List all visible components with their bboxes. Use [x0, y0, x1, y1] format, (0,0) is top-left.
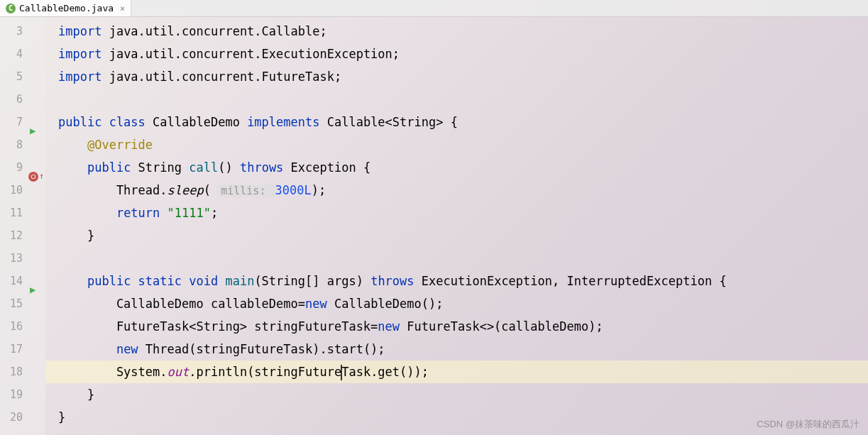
- file-tab[interactable]: C CallableDemo.java ×: [0, 0, 131, 16]
- line-number: 5: [0, 65, 23, 88]
- code-token: Callable<String> {: [327, 115, 458, 129]
- code-token: throws: [240, 160, 291, 175]
- line-number: 13: [0, 247, 23, 270]
- line-number: 19: [0, 383, 23, 406]
- code-token: CallableDemo: [153, 115, 247, 129]
- code-token: String: [138, 160, 189, 175]
- code-line[interactable]: return "1111";: [58, 202, 868, 224]
- code-line[interactable]: System.out.println(stringFutureTask.get(…: [58, 360, 868, 383]
- line-number: 17: [0, 338, 23, 360]
- code-token: 3000L: [275, 183, 311, 197]
- code-line[interactable]: [58, 88, 868, 111]
- line-number: 6: [0, 88, 23, 111]
- tab-bar: C CallableDemo.java ×: [0, 0, 868, 17]
- line-number: 14: [0, 270, 23, 292]
- code-line[interactable]: new Thread(stringFutureTask).start();: [58, 338, 868, 360]
- line-number: 20: [0, 406, 23, 429]
- line-number: 12: [0, 224, 23, 247]
- line-number: 16: [0, 315, 23, 338]
- code-token: Task.get());: [341, 365, 429, 379]
- line-number: 8: [0, 133, 23, 156]
- code-token: Thread(stringFutureTask).start();: [145, 342, 385, 356]
- java-class-icon: C: [6, 4, 16, 13]
- code-token: @Override: [87, 138, 153, 152]
- code-token: implements: [247, 115, 327, 129]
- watermark: CSDN @抹茶味的西瓜汁: [757, 418, 859, 431]
- code-editor[interactable]: 34567891011121314151617181920 ▶O↑▶ impor…: [0, 17, 868, 435]
- code-token: main: [225, 274, 254, 288]
- code-token: [58, 160, 87, 175]
- code-token: import: [58, 47, 109, 61]
- line-number: 7: [0, 111, 23, 133]
- code-token: Thread.: [58, 183, 167, 197]
- code-line[interactable]: @Override: [58, 133, 868, 156]
- code-token: new: [378, 319, 407, 334]
- code-token: CallableDemo callableDemo=: [58, 297, 305, 311]
- code-token: call: [189, 160, 218, 175]
- code-line[interactable]: }: [58, 406, 868, 429]
- code-token: }: [58, 228, 94, 243]
- code-line[interactable]: public class CallableDemo implements Cal…: [58, 111, 868, 133]
- code-line[interactable]: CallableDemo callableDemo=new CallableDe…: [58, 292, 868, 315]
- line-number: 10: [0, 179, 23, 202]
- code-line[interactable]: }: [58, 383, 868, 406]
- code-line[interactable]: }: [58, 224, 868, 247]
- code-token: }: [58, 410, 65, 424]
- code-token: Exception {: [291, 160, 371, 175]
- code-token: java.util.concurrent.FutureTask;: [109, 70, 342, 84]
- tab-filename: CallableDemo.java: [19, 3, 114, 13]
- code-token: out: [167, 365, 189, 379]
- line-number: 18: [0, 360, 23, 383]
- code-token: import: [58, 24, 109, 38]
- code-token: "1111": [167, 206, 211, 220]
- gutter: 34567891011121314151617181920 ▶O↑▶: [0, 17, 45, 435]
- line-number: 3: [0, 20, 23, 43]
- code-token: [58, 342, 116, 356]
- code-token: [58, 274, 87, 288]
- code-token: public: [87, 160, 138, 175]
- code-token: System.: [58, 365, 167, 379]
- code-token: FutureTask<>(callableDemo);: [407, 319, 603, 334]
- code-token: import: [58, 70, 109, 84]
- code-token: );: [312, 183, 326, 197]
- code-token: ExecutionException, InterruptedException…: [422, 274, 727, 288]
- code-token: java.util.concurrent.ExecutionException;: [109, 47, 400, 61]
- close-icon[interactable]: ×: [120, 4, 125, 13]
- code-token: (String[] args): [254, 274, 370, 288]
- code-token: (: [204, 183, 218, 197]
- gutter-icons: ▶O↑▶: [26, 20, 45, 435]
- line-number: 4: [0, 43, 23, 65]
- code-line[interactable]: FutureTask<String> stringFutureTask=new …: [58, 315, 868, 338]
- code-token: new: [305, 297, 334, 311]
- code-token: throws: [370, 274, 422, 288]
- code-token: [58, 206, 116, 220]
- code-token: return: [116, 206, 167, 220]
- code-token: new: [116, 342, 145, 356]
- code-token: ;: [211, 206, 218, 220]
- code-line[interactable]: import java.util.concurrent.FutureTask;: [58, 65, 868, 88]
- code-token: sleep: [167, 183, 204, 197]
- code-line[interactable]: public static void main(String[] args) t…: [58, 270, 868, 292]
- code-line[interactable]: public String call() throws Exception {: [58, 156, 868, 179]
- run-gutter-icon[interactable]: ▶: [30, 278, 35, 301]
- code-token: (): [218, 160, 240, 175]
- code-token: java.util.concurrent.Callable;: [109, 24, 327, 38]
- code-line[interactable]: import java.util.concurrent.ExecutionExc…: [58, 43, 868, 65]
- code-token: public static void: [87, 274, 225, 288]
- code-line[interactable]: Thread.sleep( millis: 3000L);: [58, 179, 868, 202]
- code-token: millis:: [218, 185, 275, 197]
- run-gutter-icon[interactable]: ▶: [30, 119, 35, 142]
- code-token: public class: [58, 115, 153, 129]
- code-token: FutureTask<String> stringFutureTask=: [58, 319, 378, 334]
- override-gutter-icon[interactable]: O↑: [28, 165, 44, 188]
- code-token: CallableDemo();: [334, 297, 444, 311]
- code-token: }: [58, 387, 94, 402]
- code-token: .println(stringFuture: [189, 365, 341, 379]
- line-number: 9: [0, 156, 23, 179]
- code-area[interactable]: import java.util.concurrent.Callable;imp…: [45, 17, 868, 435]
- code-token: [58, 138, 87, 152]
- line-number: 15: [0, 292, 23, 315]
- line-numbers: 34567891011121314151617181920: [0, 20, 26, 435]
- code-line[interactable]: import java.util.concurrent.Callable;: [58, 20, 868, 43]
- code-line[interactable]: [58, 247, 868, 270]
